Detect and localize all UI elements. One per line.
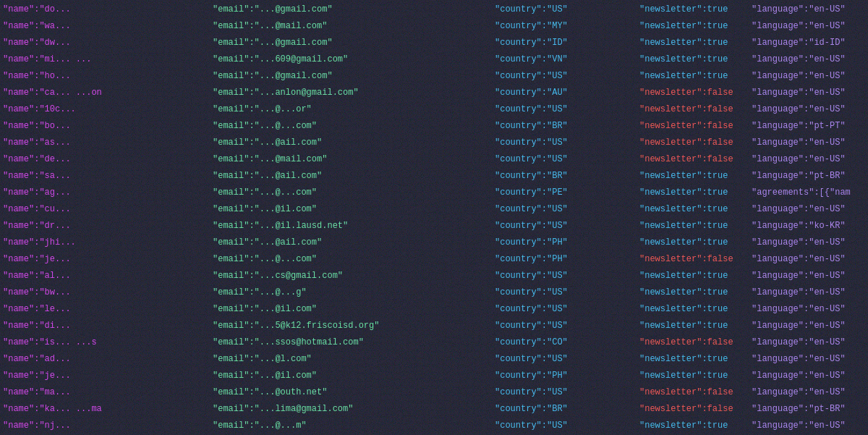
name-cell: "name":"as... [0, 135, 210, 151]
country-column: "country":"US""country":"MY""country":"I… [492, 0, 637, 435]
email-cell: "email":"...@...com" [210, 185, 492, 201]
language-cell: "language":"en-US" [749, 101, 868, 118]
newsletter-cell: "newsletter":true [637, 418, 749, 434]
name-cell: "name":"ho... [0, 68, 210, 85]
language-cell: "language":"pt-PT" [749, 118, 868, 135]
language-cell: "language":"en-US" [749, 18, 868, 35]
name-cell: "name":"de... [0, 151, 210, 168]
country-cell: "country":"US" [492, 135, 637, 151]
language-cell: "language":"en-US" [749, 334, 868, 351]
language-cell: "language":"en-US" [749, 301, 868, 318]
name-cell: "name":"je... [0, 368, 210, 384]
language-cell: "agreements":[{"nam [749, 185, 868, 201]
name-cell: "name":"ma... [0, 384, 210, 401]
name-cell: "name":"ag... [0, 185, 210, 201]
name-cell: "name":"is... ...s [0, 334, 210, 351]
country-cell: "country":"US" [492, 268, 637, 284]
name-cell: "name":"dw... [0, 35, 210, 51]
country-cell: "country":"AU" [492, 85, 637, 101]
email-cell: "email":"...@il.lausd.net" [210, 218, 492, 235]
name-cell: "name":"cu... [0, 201, 210, 218]
name-cell: "name":"10c... [0, 101, 210, 118]
country-cell: "country":"US" [492, 301, 637, 318]
language-cell: "language":"en-US" [749, 368, 868, 384]
name-cell: "name":"sa... [0, 168, 210, 185]
language-cell: "language":"en-US" [749, 235, 868, 251]
name-cell: "name":"ad... [0, 351, 210, 368]
country-cell: "country":"PH" [492, 235, 637, 251]
name-cell: "name":"je... [0, 251, 210, 268]
language-cell: "language":"en-US" [749, 85, 868, 101]
country-cell: "country":"US" [492, 201, 637, 218]
country-cell: "country":"US" [492, 384, 637, 401]
language-cell: "language":"en-US" [749, 151, 868, 168]
email-cell: "email":"...@il.com" [210, 368, 492, 384]
language-cell: "language":"pt-BR" [749, 401, 868, 418]
name-cell: "name":"mi... ... [0, 51, 210, 68]
country-cell: "country":"CO" [492, 334, 637, 351]
country-cell: "country":"PH" [492, 368, 637, 384]
email-cell: "email":"...@...or" [210, 101, 492, 118]
country-cell: "country":"MY" [492, 18, 637, 35]
country-cell: "country":"US" [492, 418, 637, 434]
name-cell: "name":"al... [0, 268, 210, 284]
newsletter-cell: "newsletter":true [637, 368, 749, 384]
newsletter-cell: "newsletter":true [637, 1, 749, 18]
email-cell: "email":"...@ail.com" [210, 235, 492, 251]
name-cell: "name":"dr... [0, 218, 210, 235]
email-cell: "email":"...@...g" [210, 284, 492, 301]
language-cell: "language":"en-US" [749, 284, 868, 301]
language-cell: "language":"en-US" [749, 201, 868, 218]
email-cell: "email":"...ssos@hotmail.com" [210, 334, 492, 351]
newsletter-cell: "newsletter":false [637, 151, 749, 168]
newsletter-cell: "newsletter":true [637, 218, 749, 235]
country-cell: "country":"PE" [492, 185, 637, 201]
newsletter-cell: "newsletter":true [637, 235, 749, 251]
newsletter-cell: "newsletter":true [637, 284, 749, 301]
country-cell: "country":"BR" [492, 118, 637, 135]
name-cell: "name":"ca... ...on [0, 85, 210, 101]
country-cell: "country":"US" [492, 68, 637, 85]
email-cell: "email":"...@ail.com" [210, 168, 492, 185]
name-cell: "name":"nj... [0, 418, 210, 434]
name-cell: "name":"jhi... [0, 235, 210, 251]
newsletter-cell: "newsletter":true [637, 351, 749, 368]
language-cell: "language":"en-US" [749, 251, 868, 268]
language-cell: "language":"en-US" [749, 268, 868, 284]
language-cell: "language":"en-US" [749, 51, 868, 68]
newsletter-cell: "newsletter":true [637, 201, 749, 218]
name-cell: "name":"le... [0, 301, 210, 318]
newsletter-cell: "newsletter":true [637, 168, 749, 185]
newsletter-cell: "newsletter":true [637, 268, 749, 284]
language-cell: "language":"en-US" [749, 351, 868, 368]
email-cell: "email":"...@gmail.com" [210, 1, 492, 18]
email-cell: "email":"...cs@gmail.com" [210, 268, 492, 284]
country-cell: "country":"US" [492, 284, 637, 301]
newsletter-cell: "newsletter":true [637, 35, 749, 51]
email-cell: "email":"...@l.com" [210, 351, 492, 368]
email-cell: "email":"...@...com" [210, 118, 492, 135]
language-cell: "language":"en-US" [749, 1, 868, 18]
country-cell: "country":"US" [492, 218, 637, 235]
newsletter-cell: "newsletter":false [637, 401, 749, 418]
language-cell: "language":"en-US" [749, 318, 868, 334]
newsletter-cell: "newsletter":true [637, 51, 749, 68]
name-column: "name":"do..."name":"wa..."name":"dw..."… [0, 0, 210, 435]
country-cell: "country":"BR" [492, 168, 637, 185]
country-cell: "country":"ID" [492, 35, 637, 51]
email-cell: "email":"...@...com" [210, 251, 492, 268]
name-cell: "name":"do... [0, 1, 210, 18]
country-cell: "country":"BR" [492, 401, 637, 418]
language-cell: "language":"pt-BR" [749, 168, 868, 185]
country-cell: "country":"US" [492, 351, 637, 368]
language-cell: "language":"id-ID" [749, 35, 868, 51]
email-cell: "email":"...@outh.net" [210, 384, 492, 401]
newsletter-cell: "newsletter":false [637, 251, 749, 268]
name-cell: "name":"di... [0, 318, 210, 334]
email-column: "email":"...@gmail.com""email":"...@mail… [210, 0, 492, 435]
email-cell: "email":"...@...m" [210, 418, 492, 434]
newsletter-cell: "newsletter":true [637, 18, 749, 35]
email-cell: "email":"...@mail.com" [210, 151, 492, 168]
newsletter-cell: "newsletter":false [637, 384, 749, 401]
newsletter-cell: "newsletter":true [637, 68, 749, 85]
